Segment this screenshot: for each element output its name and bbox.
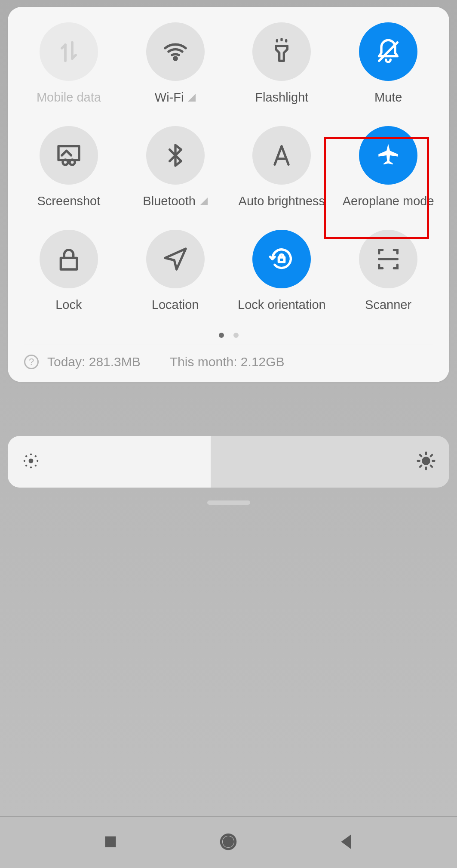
svg-point-15 — [423, 457, 429, 464]
auto-brightness-icon — [252, 126, 311, 185]
nav-back-button[interactable] — [336, 831, 357, 854]
data-usage-month: This month: 2.12GB — [170, 355, 285, 369]
svg-point-0 — [174, 57, 176, 60]
flashlight-icon — [252, 22, 311, 81]
tile-lock-orientation[interactable]: Lock orientation — [229, 230, 335, 312]
tile-label: Screenshot — [37, 194, 101, 208]
tile-label: Location — [152, 298, 199, 312]
tile-wifi[interactable]: Wi-Fi — [122, 22, 229, 105]
panel-drag-handle[interactable] — [207, 500, 250, 505]
tile-label: Mobile data — [37, 90, 101, 105]
tile-screenshot[interactable]: Screenshot — [15, 126, 122, 208]
location-icon — [146, 230, 205, 288]
bluetooth-icon — [146, 126, 205, 185]
brightness-low-icon — [20, 450, 42, 474]
svg-point-14 — [35, 465, 37, 466]
lock-icon — [40, 230, 98, 288]
aeroplane-icon — [359, 126, 417, 185]
wifi-icon — [146, 22, 205, 81]
svg-rect-16 — [105, 837, 116, 847]
tile-label: Flashlight — [255, 90, 308, 105]
mute-icon — [359, 22, 417, 81]
navigation-bar — [0, 816, 457, 868]
tile-lock[interactable]: Lock — [15, 230, 122, 312]
svg-rect-4 — [61, 258, 77, 269]
tile-label: Lock — [55, 298, 82, 312]
tile-location[interactable]: Location — [122, 230, 229, 312]
data-usage-today: Today: 281.3MB — [47, 355, 141, 369]
help-icon: ? — [24, 355, 39, 369]
tile-auto-brightness[interactable]: Auto brightness — [229, 126, 335, 208]
svg-point-10 — [37, 460, 38, 462]
tile-mobile-data[interactable]: Mobile data — [15, 22, 122, 105]
tile-label: Aeroplane mode — [343, 194, 434, 208]
pagination-dots[interactable] — [15, 333, 442, 338]
svg-point-11 — [25, 455, 27, 457]
quick-settings-panel: Mobile data Wi-Fi — [8, 7, 449, 382]
tile-bluetooth[interactable]: Bluetooth — [122, 126, 229, 208]
wifi-expand-indicator — [188, 94, 196, 102]
page-dot-1 — [219, 333, 224, 338]
nav-recent-button[interactable] — [100, 831, 121, 854]
tile-scanner[interactable]: Scanner — [335, 230, 442, 312]
tile-label: Lock orientation — [238, 298, 326, 312]
svg-point-7 — [30, 454, 32, 455]
svg-point-6 — [29, 459, 34, 463]
nav-home-button[interactable] — [218, 831, 239, 854]
tile-flashlight[interactable]: Flashlight — [229, 22, 335, 105]
mobile-data-icon — [40, 22, 98, 81]
quick-settings-grid: Mobile data Wi-Fi — [15, 22, 442, 312]
screenshot-icon — [40, 126, 98, 185]
bluetooth-expand-indicator — [200, 198, 208, 205]
tile-label: Auto brightness — [239, 194, 325, 208]
data-usage-row[interactable]: ? Today: 281.3MB This month: 2.12GB — [15, 355, 442, 372]
lock-orientation-icon — [252, 230, 311, 288]
tile-aeroplane-mode[interactable]: Aeroplane mode — [335, 126, 442, 208]
svg-point-12 — [35, 455, 37, 457]
page-dot-2 — [233, 333, 239, 338]
tile-mute[interactable]: Mute — [335, 22, 442, 105]
tile-label: Scanner — [365, 298, 411, 312]
brightness-slider[interactable] — [8, 436, 449, 488]
brightness-high-icon — [415, 450, 437, 474]
tile-label: Wi-Fi — [155, 90, 184, 105]
svg-point-8 — [30, 466, 32, 468]
divider — [24, 345, 433, 345]
scanner-icon — [359, 230, 417, 288]
tile-label: Mute — [374, 90, 402, 105]
svg-point-13 — [25, 465, 27, 466]
svg-point-9 — [24, 460, 25, 462]
tile-label: Bluetooth — [143, 194, 196, 208]
svg-point-18 — [224, 837, 233, 846]
